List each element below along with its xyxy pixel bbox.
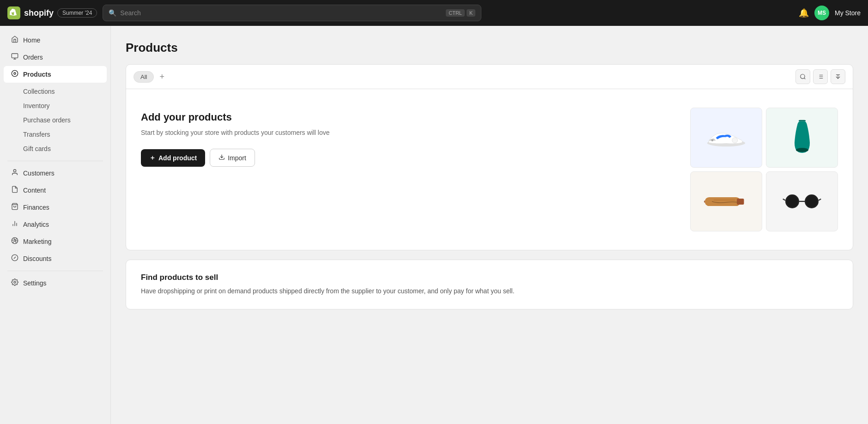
discounts-icon bbox=[11, 254, 18, 263]
sidebar-item-label: Content bbox=[23, 187, 46, 194]
add-product-button[interactable]: ＋ Add product bbox=[141, 149, 205, 167]
settings-icon bbox=[11, 279, 18, 288]
tabs-bar: All + bbox=[126, 65, 853, 89]
sidebar-item-label: Discounts bbox=[23, 255, 51, 262]
sidebar-item-purchase-orders[interactable]: Purchase orders bbox=[4, 113, 107, 127]
sidebar-item-label: Products bbox=[23, 71, 51, 78]
find-products-card: Find products to sell Have dropshipping … bbox=[126, 260, 853, 309]
keyboard-hints: CTRL K bbox=[446, 9, 475, 17]
product-images-grid bbox=[690, 108, 838, 231]
brand-name: shopify bbox=[24, 8, 54, 18]
products-submenu: Collections Inventory Purchase orders Tr… bbox=[0, 83, 110, 157]
svg-point-1 bbox=[12, 70, 18, 76]
svg-point-34 bbox=[787, 196, 798, 207]
svg-line-10 bbox=[14, 257, 16, 259]
product-image-sneaker bbox=[690, 108, 762, 168]
sidebar-item-label: Finances bbox=[23, 204, 49, 211]
sidebar-item-orders[interactable]: Orders bbox=[4, 49, 107, 66]
marketing-icon bbox=[11, 237, 18, 246]
empty-title: Add your products bbox=[141, 111, 675, 123]
version-badge: Summer '24 bbox=[57, 8, 97, 18]
search-bar[interactable]: 🔍 CTRL K bbox=[103, 5, 481, 21]
empty-state: Add your products Start by stocking your… bbox=[126, 89, 853, 250]
sidebar-item-label: Home bbox=[23, 36, 40, 44]
sidebar-item-label: Settings bbox=[23, 279, 47, 287]
avatar[interactable]: MS bbox=[814, 6, 829, 20]
home-icon bbox=[11, 36, 18, 45]
sidebar-item-transfers[interactable]: Transfers bbox=[4, 127, 107, 141]
sidebar-item-content[interactable]: Content bbox=[4, 182, 107, 199]
sidebar-item-analytics[interactable]: Analytics bbox=[4, 216, 107, 233]
empty-state-text: Add your products Start by stocking your… bbox=[141, 108, 675, 231]
product-image-vase bbox=[766, 108, 838, 168]
transfers-label: Transfers bbox=[23, 131, 50, 138]
products-icon bbox=[11, 70, 18, 79]
products-card: All + Add your products bbox=[126, 64, 853, 250]
main-layout: Home Orders Products Collections Invento… bbox=[0, 26, 868, 424]
notifications-icon[interactable]: 🔔 bbox=[799, 8, 809, 18]
tab-add-button[interactable]: + bbox=[158, 72, 166, 82]
svg-point-3 bbox=[13, 170, 16, 172]
sidebar-item-label: Orders bbox=[23, 54, 43, 61]
k-key: K bbox=[467, 9, 475, 17]
svg-point-25 bbox=[732, 137, 738, 143]
finances-icon bbox=[11, 203, 18, 212]
sidebar: Home Orders Products Collections Invento… bbox=[0, 26, 111, 424]
sidebar-divider-2 bbox=[7, 271, 103, 271]
import-button[interactable]: Import bbox=[210, 149, 255, 167]
ctrl-key: CTRL bbox=[446, 9, 465, 17]
svg-point-26 bbox=[796, 148, 808, 152]
svg-point-35 bbox=[806, 196, 817, 207]
find-products-title: Find products to sell bbox=[141, 273, 838, 282]
content-icon bbox=[11, 186, 18, 195]
sidebar-item-settings[interactable]: Settings bbox=[4, 275, 107, 291]
gift-cards-label: Gift cards bbox=[23, 145, 51, 152]
sidebar-item-discounts[interactable]: Discounts bbox=[4, 250, 107, 267]
action-buttons: ＋ Add product Import bbox=[141, 149, 675, 167]
download-icon bbox=[219, 154, 225, 162]
sidebar-item-collections[interactable]: Collections bbox=[4, 85, 107, 98]
topbar: shopify Summer '24 🔍 CTRL K 🔔 MS My Stor… bbox=[0, 0, 868, 26]
sidebar-item-label: Customers bbox=[23, 170, 55, 177]
svg-rect-0 bbox=[12, 54, 18, 58]
sidebar-item-home[interactable]: Home bbox=[4, 32, 107, 48]
sidebar-item-label: Marketing bbox=[23, 238, 51, 245]
sidebar-divider-1 bbox=[7, 161, 103, 161]
tabs-bar-right bbox=[795, 69, 845, 84]
topbar-right: 🔔 MS My Store bbox=[799, 6, 861, 20]
svg-line-33 bbox=[819, 199, 821, 200]
filter-button[interactable] bbox=[813, 69, 828, 84]
empty-description: Start by stocking your store with produc… bbox=[141, 128, 675, 138]
svg-point-12 bbox=[801, 74, 805, 79]
inventory-label: Inventory bbox=[23, 102, 50, 109]
svg-point-2 bbox=[14, 73, 16, 74]
plus-icon: ＋ bbox=[149, 154, 156, 162]
find-products-description: Have dropshipping or print on demand pro… bbox=[141, 286, 838, 296]
tab-all[interactable]: All bbox=[134, 71, 154, 83]
vase-illustration bbox=[789, 119, 815, 156]
search-input[interactable] bbox=[120, 9, 442, 17]
svg-rect-28 bbox=[737, 198, 744, 204]
sidebar-item-marketing[interactable]: Marketing bbox=[4, 233, 107, 250]
content-area: Products All + bbox=[111, 26, 868, 424]
orders-icon bbox=[11, 53, 18, 62]
product-image-sunglasses bbox=[766, 171, 838, 231]
sidebar-item-finances[interactable]: Finances bbox=[4, 199, 107, 216]
product-image-tube bbox=[690, 171, 762, 231]
sneaker-illustration bbox=[705, 125, 747, 151]
search-button[interactable] bbox=[795, 69, 810, 84]
analytics-icon bbox=[11, 220, 18, 229]
shopify-logo bbox=[7, 6, 20, 19]
sidebar-item-products[interactable]: Products bbox=[4, 66, 107, 83]
purchase-orders-label: Purchase orders bbox=[23, 116, 71, 124]
customers-icon bbox=[11, 169, 18, 178]
sidebar-item-inventory[interactable]: Inventory bbox=[4, 99, 107, 113]
svg-line-32 bbox=[783, 199, 785, 200]
brand: shopify Summer '24 bbox=[7, 6, 97, 19]
page-title: Products bbox=[126, 41, 853, 55]
sunglasses-illustration bbox=[781, 192, 823, 211]
sidebar-item-gift-cards[interactable]: Gift cards bbox=[4, 142, 107, 156]
svg-line-13 bbox=[804, 78, 806, 79]
sidebar-item-customers[interactable]: Customers bbox=[4, 165, 107, 182]
sort-button[interactable] bbox=[831, 69, 845, 84]
